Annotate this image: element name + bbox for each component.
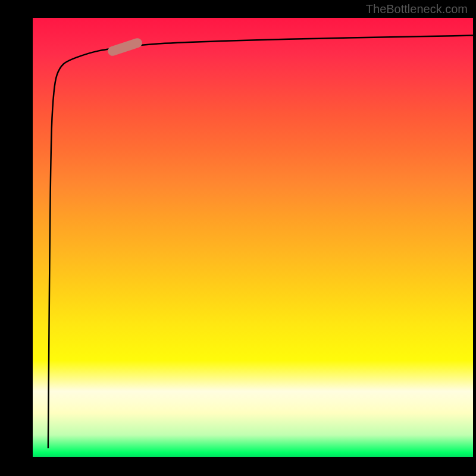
plot-area [33,18,473,457]
chart-container: TheBottleneck.com [0,0,476,476]
watermark-text: TheBottleneck.com [366,2,468,16]
curve-svg [33,18,473,457]
performance-curve [48,36,473,449]
